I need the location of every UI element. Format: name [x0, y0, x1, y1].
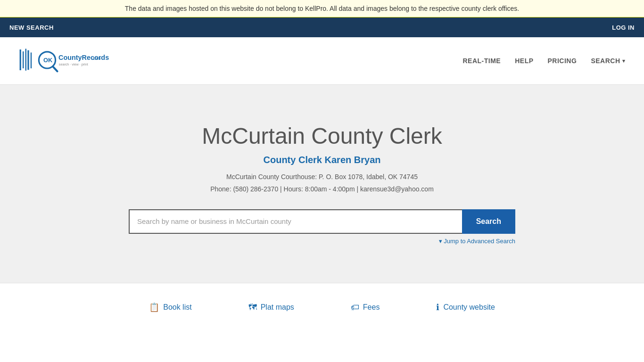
address-info: McCurtain County Courthouse: P. O. Box 1… — [210, 171, 434, 195]
site-header: OK CountyRecords .com search · view · pr… — [0, 37, 644, 85]
search-row: Search — [129, 209, 515, 234]
footer-link-book-list[interactable]: 📋 Book list — [149, 302, 191, 313]
footer-link-fees[interactable]: 🏷 Fees — [351, 302, 380, 313]
clerk-name: County Clerk Karen Bryan — [264, 155, 381, 165]
site-logo: OK CountyRecords .com search · view · pr… — [19, 44, 132, 77]
book-list-icon: 📋 — [149, 302, 159, 313]
footer-link-plat-maps[interactable]: 🗺 Plat maps — [248, 302, 294, 313]
county-website-label: County website — [443, 303, 495, 312]
plat-maps-label: Plat maps — [261, 303, 294, 312]
nav-help[interactable]: HELP — [515, 57, 533, 65]
nav-pricing[interactable]: PRICING — [548, 57, 577, 65]
svg-rect-3 — [27, 50, 29, 70]
banner-text: The data and images hosted on this websi… — [125, 5, 519, 12]
plat-maps-icon: 🗺 — [248, 303, 257, 313]
new-search-link[interactable]: NEW SEARCH — [9, 24, 54, 31]
svg-rect-0 — [20, 49, 21, 70]
search-input[interactable] — [129, 209, 462, 234]
chevron-down-icon: ▾ — [622, 58, 626, 64]
search-button[interactable]: Search — [462, 209, 515, 234]
svg-text:search · view · print: search · view · print — [59, 62, 88, 66]
nav-search[interactable]: SEARCH ▾ — [591, 57, 625, 65]
svg-text:.com: .com — [91, 56, 100, 61]
fees-label: Fees — [363, 303, 380, 312]
county-website-icon: ℹ — [436, 302, 439, 313]
search-container: Search ▾ Jump to Advanced Search — [129, 209, 515, 245]
book-list-label: Book list — [163, 303, 191, 312]
svg-text:CountyRecords: CountyRecords — [58, 54, 109, 61]
address-line1: McCurtain County Courthouse: P. O. Box 1… — [210, 171, 434, 183]
county-title: McCurtain County Clerk — [202, 123, 442, 149]
svg-text:OK: OK — [43, 57, 53, 64]
notice-banner: The data and images hosted on this websi… — [0, 0, 644, 17]
footer-links: 📋 Book list 🗺 Plat maps 🏷 Fees ℹ County … — [0, 283, 644, 331]
footer-link-county-website[interactable]: ℹ County website — [436, 302, 495, 313]
advanced-search-link[interactable]: ▾ Jump to Advanced Search — [439, 238, 515, 245]
main-content: McCurtain County Clerk County Clerk Kare… — [0, 85, 644, 283]
svg-rect-2 — [25, 49, 26, 70]
svg-rect-1 — [23, 51, 24, 68]
header-nav: REAL-TIME HELP PRICING SEARCH ▾ — [462, 57, 625, 65]
svg-line-6 — [53, 67, 58, 72]
nav-real-time[interactable]: REAL-TIME — [462, 57, 501, 65]
log-in-link[interactable]: LOG IN — [612, 24, 635, 31]
logo-area: OK CountyRecords .com search · view · pr… — [19, 44, 132, 77]
fees-icon: 🏷 — [351, 303, 359, 313]
svg-rect-4 — [31, 52, 32, 68]
top-nav: NEW SEARCH LOG IN — [0, 17, 644, 37]
address-line2: Phone: (580) 286-2370 | Hours: 8:00am - … — [210, 183, 434, 195]
